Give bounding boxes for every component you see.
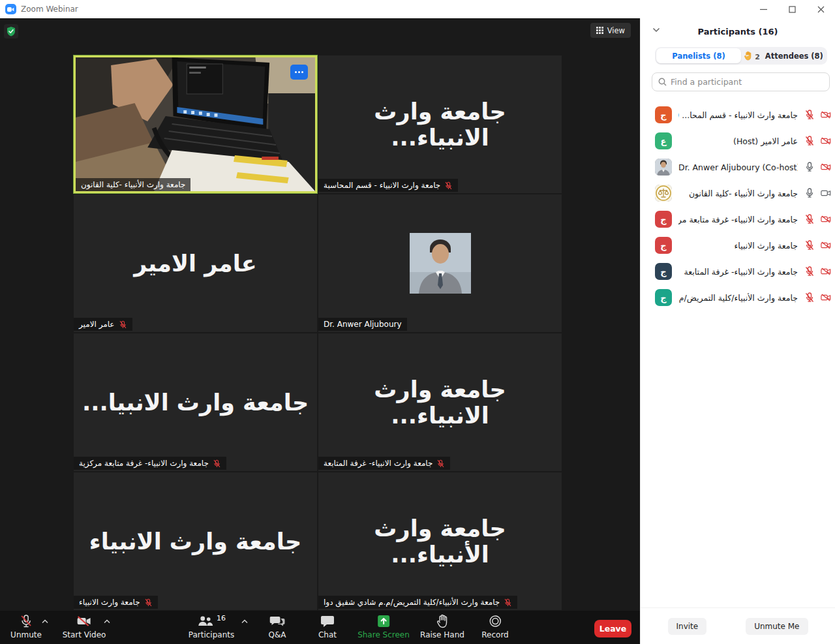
- search-input[interactable]: [671, 77, 823, 87]
- participant-row[interactable]: ج جامعة وارث الأنبياء/كلية التمريض/م.م..…: [641, 284, 835, 311]
- video-tile[interactable]: جامعة وارث الانبياء جامعة وارث الانبياء: [74, 472, 317, 610]
- video-tile[interactable]: Dr. Anwer Aljuboury: [318, 194, 562, 332]
- video-tile[interactable]: جامعة وارث الانبيا... جامعة وارث الانبيا…: [74, 333, 317, 471]
- video-tile[interactable]: جامعة وارث الانبياء... جامعة وارث الانبي…: [318, 333, 562, 471]
- participant-name: جامعة وارث الأنبياء -كلية القانون: [678, 189, 798, 198]
- participant-name: جامعة وارث الانبياء- غرفة متابعة مرك...: [678, 215, 798, 224]
- leave-button[interactable]: Leave: [594, 620, 631, 637]
- raised-hand-icon: [744, 51, 752, 61]
- camera-off-icon: [821, 266, 831, 277]
- participant-search[interactable]: [652, 72, 830, 91]
- start-video-button[interactable]: Start Video: [63, 614, 106, 639]
- tile-name-text: عامر الامير: [79, 320, 115, 329]
- camera-on-icon: [821, 188, 831, 198]
- tile-big-name: جامعة وارث الانبياء...: [318, 333, 562, 471]
- participants-tabs: Panelists (8) 2 Attendees (8): [655, 47, 827, 65]
- tab-panelists-label: Panelists (8): [672, 52, 725, 61]
- tile-big-name: جامعة وارث الأنبياء...: [318, 472, 562, 610]
- unmute-button[interactable]: Unmute: [10, 614, 42, 639]
- tab-attendees-label: Attendees (8): [765, 52, 823, 61]
- view-button-label: View: [607, 26, 625, 35]
- participant-row[interactable]: ج جامعة وارث الانبياء- غرفة المتابعة: [641, 258, 835, 284]
- mic-muted-icon: [804, 110, 815, 120]
- view-button[interactable]: View: [590, 23, 631, 38]
- tile-name-text: جامعة وارث الانبياء - قسم المحاسبة: [324, 181, 440, 190]
- video-tile[interactable]: جامعة وارث الأنبياء... جامعة وارث الأنبي…: [318, 472, 562, 610]
- raised-hand-count: 2: [755, 53, 760, 61]
- video-options-chevron-icon[interactable]: [104, 619, 110, 624]
- tile-more-options-button[interactable]: [290, 65, 308, 80]
- minimize-button[interactable]: [749, 0, 778, 18]
- mic-muted-icon: [804, 266, 815, 277]
- participant-row[interactable]: ج جامعة وارث الانبياء - قسم المحا... (Me…: [641, 102, 835, 128]
- tile-name-label: Dr. Anwer Aljuboury: [318, 318, 407, 331]
- tile-name-label: جامعة وارث الأنبياء/كلية التمريض/م.م شاد…: [318, 596, 517, 609]
- participant-row[interactable]: ج جامعة وارث الانبياء: [641, 232, 835, 258]
- mic-muted-icon: [804, 240, 815, 251]
- tile-name-text: جامعة وارث الأنبياء/كلية التمريض/م.م شاد…: [324, 598, 500, 607]
- maximize-button[interactable]: [778, 0, 806, 18]
- chat-label: Chat: [318, 630, 337, 639]
- participant-list: ج جامعة وارث الانبياء - قسم المحا... (Me…: [641, 102, 835, 311]
- tile-name-text: جامعة وارث الانبياء- غرفة متابعة مركزية: [79, 459, 209, 468]
- unmute-options-chevron-icon[interactable]: [42, 619, 48, 624]
- raise-hand-label: Raise Hand: [420, 630, 464, 639]
- raise-hand-button[interactable]: Raise Hand: [420, 614, 464, 639]
- record-label: Record: [481, 630, 508, 639]
- raise-hand-icon: [436, 614, 448, 628]
- start-video-label: Start Video: [63, 630, 106, 639]
- titlebar: Zoom Webinar: [0, 0, 835, 18]
- video-grid: جامعة وارث الأنبياء -كلية القانون جامعة …: [74, 55, 562, 610]
- invite-button[interactable]: Invite: [668, 618, 707, 635]
- share-screen-button[interactable]: Share Screen: [357, 614, 410, 639]
- avatar: ج: [655, 237, 672, 254]
- participants-options-chevron-icon[interactable]: [241, 619, 248, 624]
- participants-count-badge: 16: [217, 614, 226, 622]
- video-tile[interactable]: جامعة وارث الأنبياء -كلية القانون: [74, 55, 317, 193]
- tile-big-name: عامر الامير: [74, 194, 317, 332]
- record-button[interactable]: Record: [481, 614, 508, 639]
- avatar: ج: [655, 211, 672, 228]
- avatar: ع: [655, 132, 672, 149]
- camera-off-icon: [821, 162, 831, 172]
- avatar: ج: [655, 289, 672, 306]
- tab-panelists[interactable]: Panelists (8): [656, 48, 741, 63]
- participant-row[interactable]: ع عامر الامير (Host): [641, 128, 835, 154]
- avatar: ج: [655, 106, 672, 123]
- muted-mic-icon: [436, 459, 445, 468]
- participant-row[interactable]: ج جامعة وارث الانبياء- غرفة متابعة مرك..…: [641, 206, 835, 232]
- mic-muted-icon: [804, 214, 815, 224]
- participant-name: Dr. Anwer Aljuboury (Co-host): [678, 162, 798, 172]
- camera-off-icon: [821, 214, 831, 224]
- avatar: ج: [655, 263, 672, 280]
- window-title: Zoom Webinar: [21, 5, 78, 14]
- unmute-label: Unmute: [10, 630, 42, 639]
- search-icon: [658, 78, 667, 86]
- unmute-me-button[interactable]: Unmute Me: [746, 618, 808, 635]
- avatar-logo: [655, 185, 672, 202]
- panel-footer: Invite Unmute Me: [641, 607, 835, 644]
- close-button[interactable]: [806, 0, 835, 18]
- participant-row[interactable]: جامعة وارث الأنبياء -كلية القانون: [641, 180, 835, 206]
- video-off-icon: [76, 614, 93, 628]
- security-shield-icon[interactable]: [4, 24, 18, 38]
- participant-name: جامعة وارث الأنبياء/كلية التمريض/م.م...: [678, 293, 798, 303]
- avatar-photo: [655, 159, 672, 176]
- tile-name-text: جامعة وارث الانبياء- غرفة المتابعة: [324, 459, 433, 468]
- muted-mic-icon: [119, 320, 127, 329]
- video-tile[interactable]: عامر الامير عامر الامير: [74, 194, 317, 332]
- tab-attendees[interactable]: 2 Attendees (8): [741, 48, 826, 63]
- participants-button[interactable]: 16 Participants: [189, 614, 235, 639]
- video-tile[interactable]: جامعة وارث الانبياء... جامعة وارث الانبي…: [318, 55, 562, 193]
- participants-panel: Participants (16) Panelists (8) 2 Attend…: [640, 18, 835, 644]
- participant-row[interactable]: Dr. Anwer Aljuboury (Co-host): [641, 154, 835, 180]
- zoom-app-icon: [5, 4, 16, 14]
- muted-mic-icon: [19, 614, 33, 628]
- tile-name-label: جامعة وارث الأنبياء -كلية القانون: [76, 178, 190, 191]
- mic-on-icon: [804, 188, 815, 198]
- muted-mic-icon: [504, 598, 512, 607]
- camera-off-icon: [821, 292, 831, 303]
- mic-muted-icon: [804, 292, 815, 303]
- qa-button[interactable]: Q&A: [268, 614, 286, 639]
- chat-button[interactable]: Chat: [318, 614, 337, 639]
